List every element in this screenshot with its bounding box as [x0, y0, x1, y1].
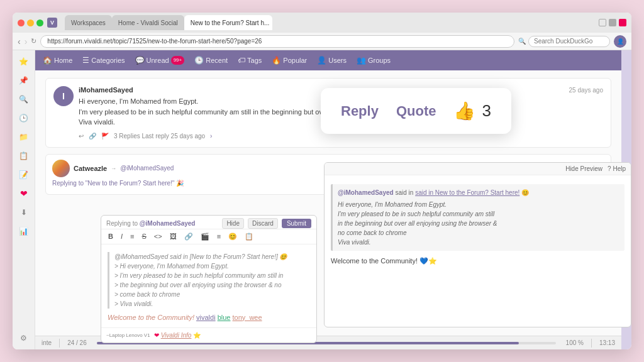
- search-input[interactable]: [528, 36, 610, 47]
- preview-line3: in the beginning but over all enjoying u…: [338, 219, 619, 228]
- restore-button[interactable]: [599, 19, 606, 26]
- zoom-level: 100 %: [566, 339, 584, 346]
- preview-quoted-content: Hi everyone, I'm Mohamed from Egypt. I'm…: [338, 200, 619, 247]
- sidebar-icon-download[interactable]: ⬇: [18, 206, 30, 219]
- reply-button[interactable]: Reply: [341, 103, 379, 119]
- italic-button[interactable]: I: [119, 232, 125, 241]
- nav-categories[interactable]: ☰ Categories: [82, 56, 125, 65]
- preview-link[interactable]: said in New to the Forum? Start here!: [415, 189, 519, 196]
- video-button[interactable]: 🎬: [199, 232, 211, 241]
- preview-line4: no come back to chrome: [338, 228, 619, 238]
- vivaldi-info-link[interactable]: Vivaldi Info: [161, 332, 192, 339]
- divider-1: [59, 339, 60, 348]
- sidebar-icon-note[interactable]: 📝: [18, 168, 30, 181]
- nav-popular[interactable]: 🔥 Popular: [272, 56, 307, 65]
- bold-button[interactable]: B: [106, 232, 115, 241]
- vivaldi-link[interactable]: vivaldi: [196, 314, 216, 321]
- preview-pane: Hide Preview ? Help @iMohamedSayed said …: [324, 162, 631, 327]
- nav-users[interactable]: 👤 Users: [317, 56, 347, 65]
- close-button[interactable]: [18, 19, 25, 26]
- editor-content[interactable]: @iMohamedSayed said in [New to the Forum…: [101, 244, 316, 328]
- sidebar-icon-clock[interactable]: 🕒: [18, 112, 30, 124]
- sidebar-icon-folder[interactable]: 📁: [18, 131, 30, 143]
- refresh-icon[interactable]: ↻: [31, 37, 36, 45]
- thumbsup-icon[interactable]: 👍: [453, 101, 475, 121]
- preview-quoted-block: @iMohamedSayed said in said in New to th…: [331, 184, 625, 251]
- sidebar-icon-search[interactable]: 🔍: [18, 93, 30, 106]
- preview-line2: I'm very pleased to be in such helpful c…: [338, 209, 619, 219]
- post1-chevron[interactable]: ›: [210, 133, 212, 140]
- code-button[interactable]: <>: [152, 232, 164, 241]
- close-btn2[interactable]: [619, 19, 626, 26]
- quoted-header: @iMohamedSayed said in [New to the Forum…: [114, 252, 310, 261]
- preview-line5: Viva vivaldi.: [338, 238, 619, 247]
- sidebar-icon-star[interactable]: ⭐: [18, 55, 30, 68]
- image-button[interactable]: 🖼: [168, 232, 179, 241]
- post1-replies: 3 Replies Last reply 25 days ago: [114, 133, 205, 140]
- quoted-line4: > come back to chrome: [114, 290, 310, 299]
- post1-time: 25 days ago: [569, 87, 604, 94]
- hide-button[interactable]: Hide: [222, 218, 244, 229]
- sidebar-icon-list[interactable]: 📋: [18, 150, 30, 162]
- preview-line1: Hi everyone, I'm Mohamed from Egypt.: [338, 200, 619, 209]
- submit-button[interactable]: Submit: [282, 219, 311, 228]
- nav-home[interactable]: 🏠 Home: [43, 56, 72, 65]
- avatar-imohameds: I: [53, 86, 74, 106]
- nav-recent[interactable]: 🕒 Recent: [194, 56, 228, 65]
- tab-home[interactable]: Home - Vivaldi Social: [112, 15, 184, 30]
- tony-link[interactable]: tony_wee: [233, 314, 262, 321]
- list-button[interactable]: ≡: [128, 232, 136, 241]
- quoted-line3: > the beginning but over all enjoying us…: [114, 280, 310, 290]
- window-action-buttons: [599, 19, 626, 26]
- preview-mention: @iMohamedSayed: [338, 189, 394, 196]
- user-avatar[interactable]: 👤: [614, 35, 626, 48]
- clipboard-button[interactable]: 📋: [243, 232, 255, 241]
- quote-button[interactable]: Quote: [396, 103, 436, 119]
- vivaldi-icon: V: [47, 18, 57, 28]
- maximize-btn2[interactable]: [609, 19, 616, 26]
- left-sidebar: ⭐ 📌 🔍 🕒 📁 📋 📝 ❤ ⬇ 📊 ⚙: [13, 50, 35, 349]
- forward-icon[interactable]: ›: [25, 36, 28, 47]
- reply-to-user: @iMohamedSayed: [140, 220, 196, 227]
- minimize-button[interactable]: [27, 19, 34, 26]
- username-imohameds[interactable]: iMohamedSayed: [79, 86, 133, 94]
- tab-forum[interactable]: New to the Forum? Start h...: [184, 15, 272, 30]
- link-button[interactable]: 🔗: [182, 232, 195, 241]
- back-icon[interactable]: ‹: [18, 36, 21, 47]
- help-button[interactable]: ? Help: [608, 165, 626, 172]
- quoted-block: @iMohamedSayed said in [New to the Forum…: [108, 252, 310, 309]
- star-icon-footer: ⭐: [193, 332, 201, 339]
- tab-workspaces[interactable]: Workspaces: [65, 15, 112, 30]
- page-info: 24 / 26: [67, 339, 87, 346]
- blue-link[interactable]: blue: [218, 314, 231, 321]
- maximize-button[interactable]: [36, 19, 43, 26]
- sidebar-icon-vivaldi[interactable]: ❤: [18, 187, 30, 200]
- sidebar-icon-stats[interactable]: 📊: [18, 225, 30, 238]
- preview-toolbar: Hide Preview ? Help: [325, 163, 631, 175]
- sidebar-icon-pin[interactable]: 📌: [18, 74, 30, 87]
- mention-label[interactable]: @iMohamedSayed: [120, 165, 174, 172]
- table-button[interactable]: ≡: [215, 232, 223, 241]
- emoji-button[interactable]: 😊: [226, 232, 239, 241]
- forum-nav: 🏠 Home ☰ Categories 💬 Unread 99+ 🕒 Recen…: [35, 50, 621, 70]
- sidebar-icon-settings[interactable]: ⚙: [18, 332, 30, 344]
- hide-preview-button[interactable]: Hide Preview: [565, 165, 602, 172]
- nav-tags[interactable]: 🏷 Tags: [238, 56, 262, 65]
- username-catweazle[interactable]: Catweazle: [74, 165, 107, 172]
- titlebar: V Workspaces Home - Vivaldi Social New t…: [13, 13, 631, 33]
- status-text: inte: [42, 339, 52, 346]
- address-input[interactable]: [40, 35, 514, 48]
- editor-footer: ~Laptop Lenovo V1 ❤ Vivaldi Info ⭐: [101, 327, 316, 343]
- like-section: 👍 3: [453, 101, 491, 121]
- nav-groups[interactable]: 👥 Groups: [357, 56, 391, 65]
- welcome-text: Welcome to the Community! vivaldi blue t…: [108, 312, 310, 323]
- preview-content: @iMohamedSayed said in said in New to th…: [325, 175, 631, 273]
- nav-unread[interactable]: 💬 Unread 99+: [135, 56, 185, 65]
- heart-icon: ❤: [154, 332, 159, 339]
- quoted-line1: > Hi everyone, I'm Mohamed from Egypt.: [114, 261, 310, 271]
- quoted-line2: > I'm very pleased to be in such helpful…: [114, 271, 310, 280]
- discard-button[interactable]: Discard: [248, 218, 278, 229]
- laptop-label: ~Laptop Lenovo V1: [106, 332, 150, 338]
- strikethrough-button[interactable]: S: [140, 232, 148, 241]
- editor-toolbar: B I ≡ S <> 🖼 🔗 🎬 ≡ 😊 📋: [101, 229, 316, 244]
